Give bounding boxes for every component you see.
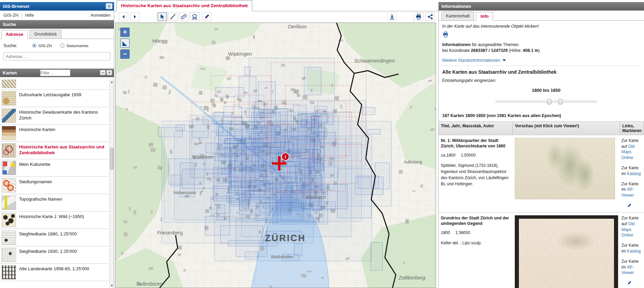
collapse-all-button[interactable]: −	[100, 70, 106, 75]
print-info-icon[interactable]	[442, 31, 449, 38]
select-tool-button[interactable]	[158, 12, 167, 21]
suche-label: Suche:	[3, 43, 30, 48]
katalog-link[interactable]: Katalog	[627, 249, 641, 254]
tab-grundstueck[interactable]: Grundstück	[30, 30, 61, 39]
map-toolbar	[115, 11, 438, 23]
more-location-info-link[interactable]: Weitere Standortinformationen:	[442, 58, 501, 63]
layer-thumbnail	[2, 248, 16, 262]
search-form: Suche: GIS-ZH Swissnames	[0, 39, 114, 64]
expand-all-button[interactable]: +	[106, 70, 112, 75]
radio-swissnames[interactable]	[60, 43, 64, 48]
map-preview-image[interactable]	[515, 138, 615, 199]
map-label: Sellenbüren	[137, 281, 162, 287]
app-title: GIS-Browser	[3, 4, 30, 9]
col-links-header: Links, Markieren	[620, 121, 644, 135]
layer-item-siegfried-1880[interactable]: Siegfriedkarte 1880, 1:25'000	[0, 229, 114, 246]
tab-karteninhalt[interactable]: Karteninhalt	[441, 12, 474, 20]
share-button[interactable]	[425, 12, 435, 21]
menu-hilfe[interactable]: Hilfe	[25, 13, 34, 18]
karten-title: Karten	[3, 70, 17, 75]
layer-item-topografische-namen[interactable]: Topografische Namen	[0, 194, 114, 212]
layer-item-historische-karten[interactable]: Historische Karten	[0, 125, 114, 142]
erase-measure-tool-button[interactable]	[168, 12, 178, 21]
scroll-down-icon[interactable]: ▼	[109, 283, 114, 288]
katalog-link[interactable]: Katalog	[627, 171, 641, 176]
print-button[interactable]	[414, 12, 423, 21]
slider-handle-min[interactable]	[547, 99, 551, 104]
collapse-panel-button[interactable]: «	[106, 3, 113, 9]
map-label: Zollikerberg	[398, 275, 425, 280]
mark-pen-icon[interactable]	[626, 203, 632, 208]
map-label: Höngg	[152, 38, 167, 44]
layer-thumbnail	[2, 126, 16, 140]
cursor-icon	[159, 14, 165, 20]
link-group: Zur Karte im Katalog	[621, 243, 643, 254]
layer-thumbnail	[2, 196, 16, 210]
layer-item-staatsarchiv[interactable]: Historische Karten aus Staatsarchiv und …	[0, 142, 114, 159]
download-button[interactable]	[387, 12, 397, 21]
extent-triangle-icon	[122, 40, 128, 46]
layer-item-dufourkarte[interactable]: Dufourkarte Letztausgabe 1939	[0, 90, 114, 107]
pencil-icon	[204, 14, 210, 20]
info-panel: Informationen Karteninhalt Info In der K…	[438, 2, 644, 288]
click-hint: In der Karte auf das interessierende Obj…	[442, 24, 641, 29]
map-label: Oerlikon	[288, 24, 307, 29]
slider-handle-max[interactable]	[558, 99, 563, 104]
layer-item-kulturerbe[interactable]: Mein Kulturerbe	[0, 159, 114, 177]
zoom-in-button[interactable]: +	[120, 28, 130, 37]
topographic-map[interactable]: i Oerlikon Höngg Wipkingen Schwamendinge…	[116, 23, 436, 288]
map-preview-image[interactable]	[515, 215, 618, 288]
layer-item-siedlungsnamen[interactable]: Siedlungsnamen	[0, 177, 114, 194]
layer-item-alte-landeskarte[interactable]: Alte Landeskarte 1956-65, 1:25'000	[0, 264, 114, 281]
layer-item-gewaesserkarte[interactable]: Historische Gewässerkarte des Kantons Zü…	[0, 107, 114, 125]
layer-list: Dufourkarte Letztausgabe 1939 Historisch…	[0, 80, 114, 288]
slider-track[interactable]	[495, 101, 597, 103]
mark-pen-icon[interactable]	[626, 280, 632, 286]
top-menu: GIS-ZH | Hilfe Anmelden	[0, 11, 114, 20]
history-forward-button[interactable]	[130, 12, 140, 21]
informationen-header: Informationen	[439, 2, 644, 11]
layer-list-scrollbar[interactable]: ▲ ▼	[109, 80, 114, 288]
caret-down-icon	[503, 59, 506, 61]
tab-info[interactable]: Info	[476, 12, 493, 21]
share-icon	[427, 14, 433, 20]
map-label: Schwamendingen	[354, 58, 395, 63]
link-group: Zur Karte auf Old Maps Online	[621, 138, 643, 161]
section-title: Alle Karten aus Staatsarchiv und Zentral…	[442, 69, 641, 75]
tab-adresse[interactable]: Adresse	[1, 30, 28, 39]
col-title-header: Titel, Jahr, Massstab, Autor	[439, 121, 513, 135]
layer-thumbnail	[2, 213, 16, 227]
informationen-title: Informationen	[441, 4, 471, 9]
address-input[interactable]	[3, 52, 110, 60]
layer-filter-input[interactable]	[40, 70, 70, 76]
measure-distance-tool-button[interactable]	[179, 12, 189, 21]
zoom-extent-button[interactable]	[120, 39, 130, 48]
history-back-button[interactable]	[119, 12, 128, 21]
measure-area-tool-button[interactable]	[190, 12, 199, 21]
menu-divider: |	[21, 13, 22, 18]
left-sidebar: GIS-Browser « GIS-ZH | Hilfe Anmelden Su…	[0, 2, 114, 288]
year-range-slider[interactable]	[495, 99, 597, 104]
map-label: Wollishofen	[271, 254, 294, 259]
scroll-up-icon[interactable]: ▲	[109, 80, 114, 84]
layer-item[interactable]	[0, 80, 114, 90]
layer-thumbnail	[2, 230, 16, 245]
map-year-scale: 18001:36000	[441, 230, 511, 235]
menu-anmelden[interactable]: Anmelden	[90, 13, 110, 18]
map-label: Wiedikon	[192, 154, 213, 160]
layer-item-siegfried-1930[interactable]: Siegfriedkarte 1930, 1:25'000	[0, 246, 114, 264]
menu-gis-zh[interactable]: GIS-ZH	[3, 13, 18, 18]
map-zoom-controls: + −	[120, 28, 130, 59]
radio-gis-zh-label: GIS-ZH	[39, 44, 52, 48]
suche-title: Suche	[3, 22, 16, 27]
radio-gis-zh[interactable]	[32, 43, 36, 48]
area-measure-icon	[192, 14, 198, 20]
layer-item-wild[interactable]: Historische Karte J. Wild (~1850)	[0, 212, 114, 229]
maps-result-table: Titel, Jahr, Massstab, Autor Vorschau (m…	[439, 121, 644, 288]
map-tab[interactable]: Historische Karten aus Staatsarchiv und …	[117, 0, 252, 11]
scrollbar-thumb[interactable]	[110, 148, 114, 170]
zoom-out-button[interactable]: −	[120, 49, 130, 59]
map-canvas[interactable]: + −	[115, 23, 436, 288]
draw-tool-button[interactable]	[202, 12, 211, 21]
coordinate-line: bei Koordinate 2683387 / 1247329 (Höhe: …	[442, 48, 641, 54]
